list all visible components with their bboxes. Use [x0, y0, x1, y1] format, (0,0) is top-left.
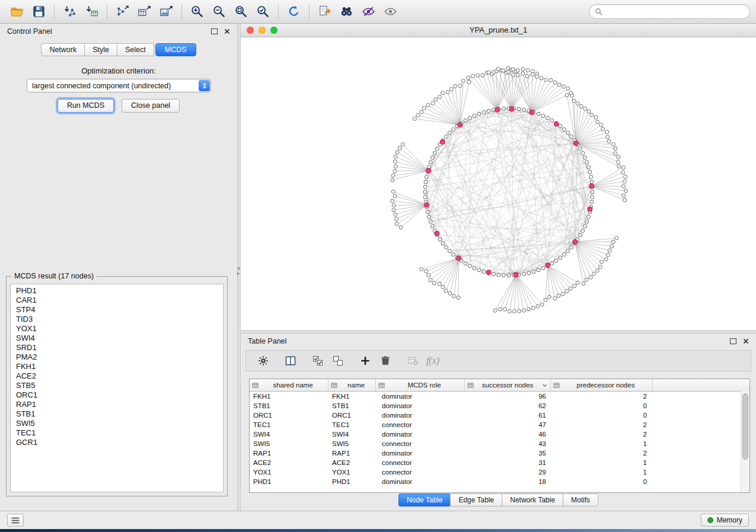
table-row[interactable]: FKH1FKH1dominator962 — [250, 392, 749, 401]
mcds-node-item[interactable]: TEC1 — [11, 428, 223, 438]
chevron-down-icon[interactable] — [541, 382, 548, 389]
mcds-node-item[interactable]: STB5 — [11, 381, 223, 390]
table-cell[interactable]: dominator — [376, 477, 465, 486]
mcds-node-item[interactable]: ORC1 — [11, 390, 223, 400]
mcds-node-item[interactable]: PHD1 — [11, 286, 223, 296]
table-cell[interactable]: ACE2 — [328, 458, 376, 467]
apply-layout-button[interactable] — [283, 2, 305, 21]
table-cell[interactable]: 0 — [551, 411, 653, 420]
network-canvas[interactable] — [241, 37, 756, 330]
table-cell[interactable]: FKH1 — [250, 392, 328, 401]
table-cell[interactable]: YOX1 — [328, 467, 376, 477]
table-cell[interactable]: dominator — [376, 448, 465, 458]
mcds-node-item[interactable]: YOX1 — [11, 324, 223, 334]
mcds-result-list[interactable]: PHD1CAR1STP4TID3YOX1SWI4SRD1PMA2FKH1ACE2… — [10, 284, 224, 492]
import-table-button[interactable] — [81, 2, 103, 21]
tab-select[interactable]: Select — [117, 43, 154, 56]
column-header-successor-nodes[interactable]: successor nodes — [465, 379, 551, 391]
mcds-node-item[interactable]: GCR1 — [11, 438, 223, 447]
close-panel-button[interactable]: Close panel — [122, 99, 180, 113]
close-panel-icon[interactable] — [743, 338, 749, 344]
zoom-selected-button[interactable] — [252, 2, 274, 21]
table-cell[interactable]: dominator — [376, 411, 465, 420]
table-cell[interactable]: connector — [376, 467, 465, 477]
export-table-button[interactable] — [133, 2, 155, 21]
zoom-fit-button[interactable] — [230, 2, 252, 21]
export-page-button[interactable] — [314, 2, 336, 21]
column-header-mcds-role[interactable]: MCDS role — [376, 379, 465, 391]
column-header-shared-name[interactable]: shared name — [250, 379, 328, 391]
table-cell[interactable]: 96 — [465, 392, 551, 401]
table-row[interactable]: RAP1RAP1dominator352 — [250, 448, 749, 458]
mcds-node-item[interactable]: TID3 — [11, 315, 223, 324]
column-header-name[interactable]: name — [328, 379, 376, 391]
table-row[interactable]: YOX1YOX1connector291 — [250, 467, 749, 477]
table-cell[interactable]: 61 — [465, 411, 551, 420]
network-window-titlebar[interactable]: YPA_prune.txt_1 — [241, 24, 756, 37]
tab-mcds[interactable]: MCDS — [155, 43, 196, 56]
table-cell[interactable]: 29 — [465, 467, 551, 477]
table-cell[interactable]: ORC1 — [250, 411, 328, 420]
table-cell[interactable]: SWI5 — [250, 439, 328, 448]
table-cell[interactable]: FKH1 — [328, 392, 376, 401]
table-cell[interactable]: 2 — [551, 420, 653, 430]
delete-table-button[interactable] — [403, 352, 423, 369]
splitter-collapse-handle[interactable] — [237, 267, 240, 275]
table-cell[interactable]: connector — [376, 420, 465, 430]
delete-column-button[interactable] — [375, 352, 395, 369]
table-cell[interactable]: 31 — [465, 458, 551, 467]
table-cell[interactable]: SWI4 — [328, 430, 376, 439]
float-panel-icon[interactable] — [211, 28, 218, 34]
mcds-node-item[interactable]: SWI5 — [11, 419, 223, 428]
table-cell[interactable]: connector — [376, 439, 465, 448]
table-cell[interactable]: SWI5 — [328, 439, 376, 448]
table-cell[interactable]: TEC1 — [328, 420, 376, 430]
memory-button[interactable]: Memory — [701, 514, 749, 527]
search-network-button[interactable] — [336, 2, 358, 21]
tab-network[interactable]: Network — [41, 43, 85, 56]
tab-edge-table[interactable]: Edge Table — [450, 493, 502, 507]
function-builder-button[interactable]: f(x) — [423, 352, 443, 369]
table-cell[interactable]: STB1 — [328, 401, 376, 411]
table-cell[interactable]: 1 — [551, 439, 653, 448]
table-cell[interactable]: ACE2 — [250, 458, 328, 467]
export-network-button[interactable] — [111, 2, 133, 21]
table-cell[interactable]: YOX1 — [250, 467, 328, 477]
mcds-node-item[interactable]: SRD1 — [11, 343, 223, 352]
mcds-node-item[interactable]: STB1 — [11, 409, 223, 419]
deselect-all-rows-button[interactable] — [328, 352, 348, 369]
mcds-node-item[interactable]: CAR1 — [11, 296, 223, 305]
table-row[interactable]: PHD1PHD1dominator180 — [250, 477, 749, 486]
save-session-button[interactable] — [28, 2, 50, 21]
table-cell[interactable]: connector — [376, 458, 465, 467]
table-cell[interactable]: RAP1 — [250, 448, 328, 458]
export-image-button[interactable] — [155, 2, 177, 21]
show-columns-button[interactable] — [280, 352, 301, 369]
run-mcds-button[interactable]: Run MCDS — [58, 99, 114, 113]
table-cell[interactable]: RAP1 — [328, 448, 376, 458]
show-graphics-details-button[interactable] — [379, 2, 401, 21]
status-menu-button[interactable] — [7, 514, 24, 527]
control-panel-header[interactable]: Control Panel — [0, 24, 237, 39]
table-scrollbar[interactable] — [741, 391, 749, 492]
import-network-button[interactable] — [59, 2, 81, 21]
mcds-node-item[interactable]: SWI4 — [11, 334, 223, 343]
table-cell[interactable]: 18 — [465, 477, 551, 486]
table-cell[interactable]: dominator — [376, 430, 465, 439]
tab-network-table[interactable]: Network Table — [502, 493, 563, 507]
table-cell[interactable]: dominator — [376, 392, 465, 401]
add-column-button[interactable] — [355, 352, 375, 369]
table-cell[interactable]: TEC1 — [250, 420, 328, 430]
table-cell[interactable]: PHD1 — [328, 477, 376, 486]
table-cell[interactable]: 1 — [551, 458, 653, 467]
table-cell[interactable]: 2 — [551, 392, 653, 401]
table-cell[interactable]: 47 — [465, 420, 551, 430]
table-cell[interactable]: 0 — [551, 477, 653, 486]
table-cell[interactable]: ORC1 — [328, 411, 376, 420]
table-row[interactable]: ORC1ORC1dominator610 — [250, 411, 749, 420]
table-panel-header[interactable]: Table Panel — [241, 334, 756, 349]
column-header-predecessor-nodes[interactable]: predecessor nodes — [551, 379, 653, 391]
tab-style[interactable]: Style — [84, 43, 117, 56]
float-panel-icon[interactable] — [730, 338, 736, 344]
table-cell[interactable]: SWI4 — [250, 430, 328, 439]
